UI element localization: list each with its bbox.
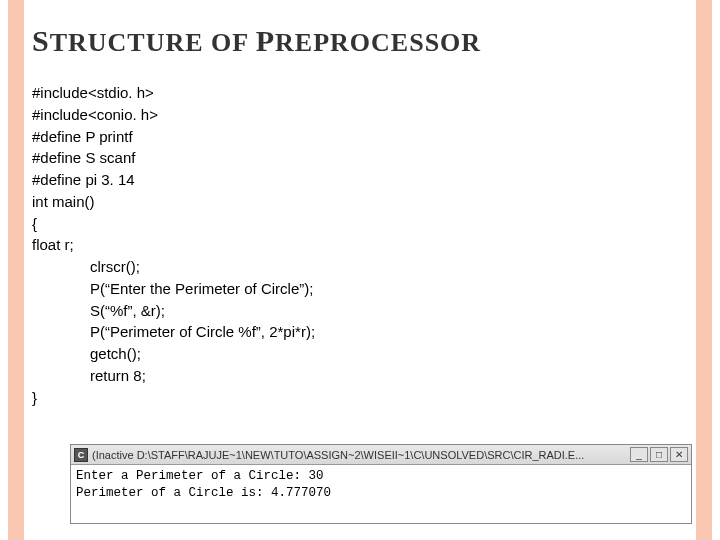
title-part-1: TRUCTURE <box>50 28 204 57</box>
code-line: #define P printf <box>32 126 688 148</box>
left-accent-stripe <box>8 0 24 540</box>
code-line: P(“Perimeter of Circle %f”, 2*pi*r); <box>32 321 688 343</box>
code-line: getch(); <box>32 343 688 365</box>
code-block: #include<stdio. h> #include<conio. h> #d… <box>32 82 688 408</box>
console-line: Enter a Perimeter of a Circle: 30 <box>76 468 686 485</box>
console-path: D:\STAFF\RAJUJE~1\NEW\TUTO\ASSIGN~2\WISE… <box>137 449 585 461</box>
code-line: #define S scanf <box>32 147 688 169</box>
code-line: { <box>32 213 688 235</box>
title-of: OF <box>204 28 256 57</box>
title-cap-s: S <box>32 24 50 57</box>
console-app-icon: C <box>74 448 88 462</box>
console-title-text: (Inactive D:\STAFF\RAJUJE~1\NEW\TUTO\ASS… <box>92 449 628 461</box>
right-accent-stripe <box>696 0 712 540</box>
title-part-2: REPROCESSOR <box>275 28 481 57</box>
code-line: float r; <box>32 234 688 256</box>
slide-title: STRUCTURE OF PREPROCESSOR <box>32 24 688 58</box>
code-line: } <box>32 387 688 409</box>
code-line: #define pi 3. 14 <box>32 169 688 191</box>
slide-content: STRUCTURE OF PREPROCESSOR #include<stdio… <box>32 24 688 408</box>
code-line: int main() <box>32 191 688 213</box>
code-line: S(“%f”, &r); <box>32 300 688 322</box>
maximize-button[interactable]: □ <box>650 447 668 462</box>
code-line: clrscr(); <box>32 256 688 278</box>
code-line: #include<conio. h> <box>32 104 688 126</box>
console-output: Enter a Perimeter of a Circle: 30 Perime… <box>71 465 691 505</box>
code-line: #include<stdio. h> <box>32 82 688 104</box>
minimize-button[interactable]: _ <box>630 447 648 462</box>
console-titlebar: C (Inactive D:\STAFF\RAJUJE~1\NEW\TUTO\A… <box>71 445 691 465</box>
title-cap-p: P <box>256 24 275 57</box>
console-line: Perimeter of a Circle is: 4.777070 <box>76 485 686 502</box>
code-line: return 8; <box>32 365 688 387</box>
close-button[interactable]: ✕ <box>670 447 688 462</box>
console-window: C (Inactive D:\STAFF\RAJUJE~1\NEW\TUTO\A… <box>70 444 692 524</box>
code-line: P(“Enter the Perimeter of Circle”); <box>32 278 688 300</box>
console-inactive-label: (Inactive <box>92 449 137 461</box>
